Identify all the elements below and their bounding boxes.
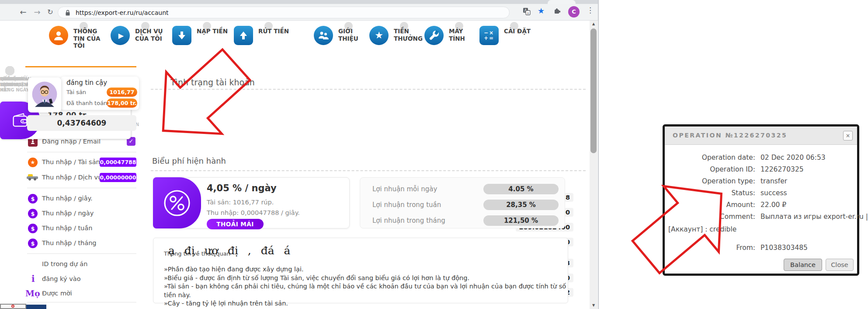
browser-tab[interactable] [548, 0, 576, 4]
extensions-icon[interactable] [553, 7, 561, 17]
nav-item-settings[interactable]: −×+= CÀI ĐẶT [479, 23, 544, 70]
profit-value: 4.05 % [483, 184, 559, 194]
star-icon: ★ [369, 26, 389, 45]
field-operation-id: Operation ID: 1226270325 [665, 165, 857, 175]
field-label: Status: [665, 189, 755, 197]
field-label: From: [665, 244, 755, 252]
star-circle-icon: ★ [28, 158, 38, 167]
calculator-icon: −×+= [479, 26, 499, 45]
nav-item-deposit[interactable]: NẠP TIỀN [172, 23, 237, 70]
dollar-icon: $ [28, 224, 38, 233]
divider [27, 253, 136, 254]
field-amount: Amount: 22.00 ₽ [665, 201, 857, 211]
forward-icon[interactable]: → [31, 7, 43, 18]
invited-label: Được mời [42, 290, 72, 297]
field-value: 1226270325 [760, 165, 804, 173]
close-icon[interactable]: × [843, 131, 853, 140]
profit-row-month: Lợi nhuận trong tháng 121,50 % [360, 215, 566, 226]
income-services-value: 0,00000000 [100, 173, 136, 182]
dollar-icon: $ [28, 209, 38, 218]
page-content: THÔNG TIN CỦA TÔI ▶ DỊCH VỤ CỦA TÔI NẠP … [0, 21, 590, 309]
tariff-heading: Biểu phí hiện hành [152, 156, 226, 165]
tariff-badge-button[interactable]: THOẢI MÁI [207, 219, 264, 229]
profit-row-day: Lợi nhuận mỗi ngày 4.05 % [360, 184, 566, 194]
project-id-label: ID trong dự án [42, 260, 87, 267]
income-services-label: Thu nhập / Dịch vụ [42, 174, 102, 181]
info-line: »Phần đào tạo hiện đang được xây dựng lạ… [164, 265, 568, 274]
registered-label: đăng ký vào [42, 275, 81, 282]
status-heading: Tình trạng tài khoản [170, 77, 255, 87]
user-icon [49, 26, 68, 45]
wrench-icon [424, 26, 444, 45]
info-title-glitch-overlay: ạ đị ượ đị , đá á [168, 244, 291, 257]
popup-header: OPERATION №1226270325 × [665, 126, 857, 145]
translate-icon[interactable]: Aa [523, 7, 531, 17]
browser-toolbar: ← → ↻ https://export-er.ru/ru/accaunt Aa… [0, 4, 599, 21]
user-avatar-image [30, 80, 59, 110]
comment-overflow-text: [Аккаунт] : credible [668, 225, 736, 233]
people-icon [314, 26, 333, 45]
trust-label: đáng tin cậy [66, 79, 107, 87]
nav-item-referral[interactable]: GIỚI THIỆU [314, 23, 378, 70]
deposit-arrow-icon [172, 26, 191, 45]
assets-label: Tài sản [66, 89, 86, 95]
field-value: 22.00 ₽ [760, 201, 786, 209]
active-tab-underline [25, 66, 136, 67]
car-icon [26, 173, 38, 183]
field-label: Operation date: [665, 154, 755, 162]
close-button[interactable]: Close [826, 259, 854, 271]
lock-icon [65, 10, 70, 18]
page-scrollbar[interactable]: ▲ ▼ [590, 21, 597, 309]
dollar-icon: $ [28, 239, 38, 248]
invited-mo-icon: Mọ [25, 288, 40, 298]
nav-label: RÚT TIỀN [258, 28, 290, 35]
info-line: »Biểu giá - được ấn định từ số lượng Tài… [164, 274, 568, 283]
profile-avatar[interactable]: C [568, 6, 580, 18]
field-from: From: P1038303485 [665, 244, 857, 253]
income-week-label: Thu nhập / tuần [42, 225, 92, 232]
scroll-down-icon[interactable]: ▼ [590, 302, 597, 309]
field-label: Comment: [665, 213, 755, 221]
nav-item-my-info[interactable]: THÔNG TIN CỦA TÔI [49, 23, 114, 70]
field-label: Amount: [665, 201, 755, 209]
taskbar-item[interactable] [0, 304, 26, 309]
browser-menu-icon[interactable]: ⋮ [587, 6, 594, 14]
tariff-card: 4,05 % / ngày Tài sản: 1016,77 rúp. Thu … [153, 177, 350, 228]
operation-popup: OPERATION №1226270325 × Operation date: … [663, 124, 859, 276]
back-icon[interactable]: ← [17, 7, 29, 18]
taskbar-item[interactable] [26, 305, 46, 309]
nav-item-withdraw[interactable]: RÚT TIỀN [234, 23, 299, 70]
scroll-up-icon[interactable]: ▲ [590, 21, 597, 28]
nav-label: MÁY TÍNH [449, 28, 480, 42]
divider [27, 302, 136, 302]
reload-icon[interactable]: ↻ [45, 7, 56, 18]
field-value: Выплата из игры export-er.ru | [760, 213, 868, 221]
nav-label: THÔNG TIN CỦA TÔI [73, 28, 105, 49]
balance-button[interactable]: Balance [784, 259, 822, 271]
profit-value: 121,50 % [483, 215, 559, 226]
address-bar[interactable]: https://export-er.ru/ru/accaunt [58, 7, 510, 18]
nav-label: CÀI ĐẶT [504, 28, 535, 35]
nav-label: GIỚI THIỆU [338, 28, 370, 42]
nav-item-my-services[interactable]: ▶ DỊCH VỤ CỦA TÔI [111, 23, 175, 70]
tariff-income-line: Thu nhập: 0,00047788 / giây. [207, 209, 300, 216]
tariff-info-card: Thông tin về thuế quan ạ đị ượ đị , đá á… [153, 238, 568, 303]
income-second-label: Thu nhập / giây. [42, 195, 93, 202]
browser-window: ← → ↻ https://export-er.ru/ru/accaunt Aa… [0, 0, 599, 309]
info-i-icon: i [31, 274, 35, 284]
scrollbar-thumb[interactable] [590, 28, 597, 153]
svg-text:a: a [527, 11, 529, 15]
bookmark-star-icon[interactable]: ★ [538, 6, 545, 15]
profit-label: Lợi nhuận mỗi ngày [372, 185, 437, 193]
profile-tooltip-card: đáng tin cậy Tài sản 1016,77 Đã thanh to… [60, 77, 139, 110]
field-value: transfer [760, 177, 787, 185]
divider [27, 188, 136, 188]
field-value: success [760, 189, 787, 197]
nav-label: DỊCH VỤ CỦA TÔI [135, 28, 167, 42]
income-day-label: Thu nhập / ngày [42, 210, 94, 217]
field-label: Operation type: [665, 177, 755, 185]
avatar-card[interactable] [28, 77, 61, 112]
profit-row-week: Lợi nhuận trong tuần 28,35 % [360, 200, 566, 210]
dashed-divider [151, 170, 586, 171]
info-lines: »Phần đào tạo hiện đang được xây dựng lạ… [164, 265, 568, 308]
